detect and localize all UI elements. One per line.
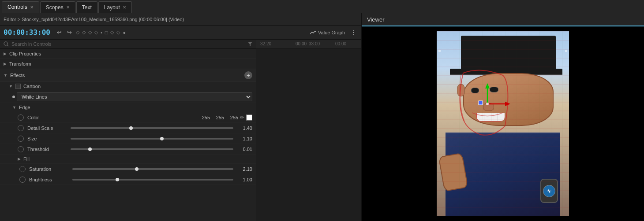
- toolbar: 00:00:33:00 ↩ ↪ ◇ ◇ ◇ ◇ • □ ◇ ◇ ● Value …: [0, 26, 361, 40]
- svg-line-1: [7, 45, 8, 46]
- threshold-row: Threshold 0.01: [0, 144, 256, 155]
- section-effects[interactable]: ▼ Effects +: [0, 69, 256, 82]
- size-row: Size 1.10: [0, 133, 256, 144]
- threshold-icon[interactable]: [18, 146, 24, 152]
- value-graph-label: Value Graph: [318, 30, 345, 35]
- fill-arrow: ▶: [18, 157, 21, 161]
- viewer-label: Viewer: [367, 16, 385, 23]
- threshold-slider[interactable]: [71, 148, 233, 150]
- keyframe-diamond-5: ◇: [110, 29, 114, 35]
- tick-2: 00:00: [296, 41, 307, 46]
- eyedropper-icon[interactable]: ✏: [240, 114, 244, 121]
- keyframe-diamond-1: ◇: [76, 29, 79, 35]
- tab-scopes-close[interactable]: ✕: [66, 5, 70, 10]
- fill-label: Fill: [23, 156, 30, 162]
- add-effect-button[interactable]: +: [244, 71, 252, 79]
- svg-rect-3: [16, 85, 20, 88]
- search-input[interactable]: [11, 41, 245, 47]
- tab-controls-label: Controls: [7, 4, 27, 10]
- effects-arrow: ▼: [4, 73, 7, 77]
- effects-label: Effects: [10, 73, 244, 78]
- video-frame: [437, 31, 569, 216]
- color-values: 255 255 255 ✏: [198, 114, 252, 121]
- left-panel: Editor > Stocksy_txpfd042cd3EAm100_Mediu…: [0, 13, 362, 221]
- keyframe-dot: •: [101, 30, 102, 35]
- color-swatch[interactable]: [246, 114, 252, 121]
- viewer-content: [362, 26, 644, 221]
- filter-icon: [248, 42, 252, 46]
- tab-controls[interactable]: Controls ✕: [2, 1, 39, 13]
- detail-scale-value: 1.40: [237, 125, 252, 131]
- color-row: Color 255 255 255 ✏: [0, 112, 256, 123]
- viewer-header: Viewer: [362, 13, 644, 26]
- edge-section[interactable]: ▼ Edge: [0, 103, 256, 112]
- saturation-label: Saturation: [29, 166, 69, 172]
- transform-label: Transform: [9, 61, 31, 66]
- tick-4: 00:00: [335, 41, 346, 46]
- value-graph-icon: [310, 30, 316, 35]
- dropdown-row: White Lines: [0, 91, 256, 103]
- controls-panel: ▶ Clip Properties ▶ Transform ▼ Effects …: [0, 40, 256, 221]
- saturation-icon[interactable]: [19, 166, 26, 172]
- tab-layout[interactable]: Layout ✕: [98, 1, 132, 13]
- tab-layout-label: Layout: [104, 4, 120, 11]
- tab-scopes[interactable]: Scopes ✕: [40, 1, 75, 13]
- playhead[interactable]: [309, 40, 309, 48]
- edge-arrow: ▼: [12, 105, 16, 110]
- redo-button[interactable]: ↪: [66, 29, 73, 36]
- keyframe-diamond-3: ◇: [88, 29, 92, 35]
- right-panel: Viewer: [362, 13, 644, 221]
- color-prop-icon[interactable]: [18, 114, 24, 121]
- main-area: Editor > Stocksy_txpfd042cd3EAm100_Mediu…: [0, 13, 644, 221]
- tab-text-label: Text: [82, 4, 92, 11]
- section-clip-properties[interactable]: ▶ Clip Properties: [0, 49, 256, 59]
- size-label: Size: [27, 136, 67, 141]
- detail-scale-label: Detail Scale: [27, 125, 67, 131]
- clip-properties-arrow: ▶: [4, 52, 7, 56]
- value-graph-button[interactable]: Value Graph: [310, 30, 345, 35]
- fill-section[interactable]: ▶ Fill: [0, 155, 256, 164]
- brightness-label: Brightness: [29, 177, 69, 182]
- size-value: 1.10: [237, 136, 252, 141]
- edge-label: Edge: [19, 105, 30, 110]
- brightness-slider[interactable]: [72, 179, 233, 180]
- svg-marker-2: [248, 42, 252, 46]
- size-slider[interactable]: [71, 138, 233, 140]
- undo-button[interactable]: ↩: [56, 29, 63, 36]
- svg-point-0: [4, 42, 7, 45]
- threshold-label: Threshold: [27, 147, 67, 152]
- dot-indicator: [12, 96, 15, 98]
- edge-overlay: [437, 31, 569, 216]
- transform-arrow: ▶: [4, 62, 7, 66]
- cartoon-checkbox[interactable]: [15, 84, 21, 89]
- tick-3: 33:00: [309, 41, 320, 46]
- keyframe-square: □: [105, 30, 108, 35]
- saturation-slider[interactable]: [72, 168, 233, 170]
- color-r: 255: [198, 115, 210, 120]
- controls-area: ▶ Clip Properties ▶ Transform ▼ Effects …: [0, 40, 361, 221]
- white-lines-dropdown[interactable]: White Lines: [17, 92, 252, 101]
- cartoon-section[interactable]: ▼ Cartoon: [0, 82, 256, 91]
- tab-layout-close[interactable]: ✕: [123, 5, 126, 10]
- tab-scopes-label: Scopes: [46, 4, 64, 11]
- brightness-icon[interactable]: [19, 177, 26, 183]
- brightness-row: Brightness 1.00: [0, 174, 256, 185]
- timeline-ruler[interactable]: 32:20 00:00 33:00 00:00: [256, 40, 361, 48]
- detail-scale-icon[interactable]: [18, 125, 24, 131]
- cartoon-label: Cartoon: [23, 84, 41, 89]
- more-options-button[interactable]: ⋮: [349, 29, 358, 36]
- timecode: 00:00:33:00: [4, 28, 50, 37]
- section-transform[interactable]: ▶ Transform: [0, 59, 256, 69]
- tab-bar: Controls ✕ Scopes ✕ Text Layout ✕: [0, 0, 644, 13]
- breadcrumb: Editor > Stocksy_txpfd042cd3EAm100_Mediu…: [4, 17, 184, 22]
- color-b: 255: [226, 115, 238, 120]
- cartoon-arrow: ▼: [9, 84, 13, 88]
- keyframe-diamond-6: ◇: [116, 29, 120, 35]
- size-icon[interactable]: [18, 136, 24, 142]
- saturation-row: Saturation 2.10: [0, 164, 256, 174]
- threshold-value: 0.01: [237, 147, 252, 152]
- search-bar: [0, 40, 256, 49]
- tab-text[interactable]: Text: [76, 1, 97, 13]
- tab-controls-close[interactable]: ✕: [30, 5, 34, 10]
- detail-scale-slider[interactable]: [71, 127, 233, 129]
